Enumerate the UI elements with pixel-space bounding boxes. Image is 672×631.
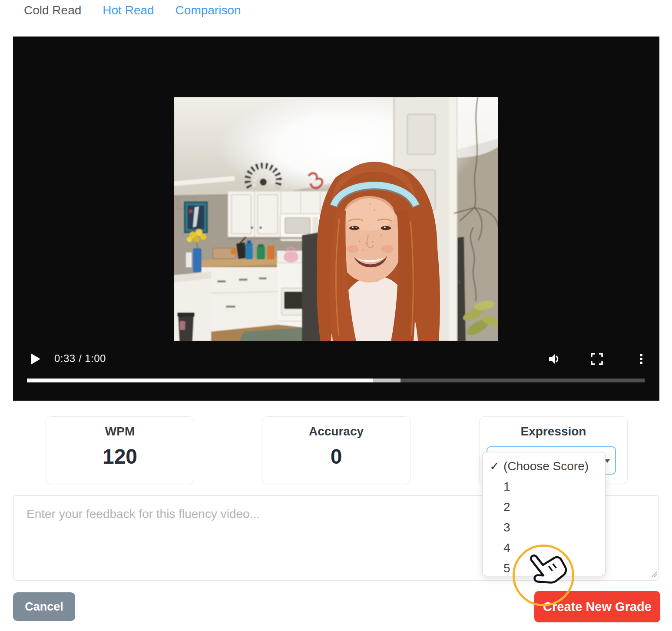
dropdown-option-2[interactable]: 2 xyxy=(483,497,605,517)
more-options-icon[interactable] xyxy=(634,352,648,366)
dropdown-option-3[interactable]: 3 xyxy=(483,517,605,538)
tab-hot-read[interactable]: Hot Read xyxy=(103,3,154,17)
dropdown-option-label: 5 xyxy=(503,561,510,575)
dropdown-option-label: 2 xyxy=(503,500,510,514)
create-new-grade-button[interactable]: Create New Grade xyxy=(534,591,660,622)
dropdown-option-4[interactable]: 4 xyxy=(483,538,605,558)
dropdown-option-label: 3 xyxy=(503,521,510,535)
accuracy-card: Accuracy 0 xyxy=(262,416,410,484)
video-frame xyxy=(174,97,498,341)
grade-fluency-video-page: Cold Read Hot Read Comparison xyxy=(0,0,672,631)
progress-played xyxy=(27,379,373,382)
fullscreen-icon[interactable] xyxy=(590,352,604,366)
dropdown-option-5[interactable]: 5 xyxy=(483,558,605,578)
dropdown-option-label: (Choose Score) xyxy=(503,459,589,473)
wpm-card: WPM 120 xyxy=(46,416,194,484)
dropdown-option-1[interactable]: 1 xyxy=(483,476,605,497)
wpm-value: 120 xyxy=(46,445,194,468)
read-type-tabbar: Cold Read Hot Read Comparison xyxy=(24,3,241,17)
check-icon: ✓ xyxy=(490,459,500,473)
dropdown-option-label: 1 xyxy=(503,480,510,494)
accuracy-value: 0 xyxy=(262,445,410,468)
expression-dropdown-menu: ✓ (Choose Score) 1 2 3 4 5 xyxy=(482,452,606,576)
video-still-illustration xyxy=(174,97,498,341)
wpm-label: WPM xyxy=(46,425,194,438)
tab-comparison[interactable]: Comparison xyxy=(175,3,241,17)
accuracy-label: Accuracy xyxy=(262,425,410,438)
play-button[interactable] xyxy=(31,353,40,365)
tab-cold-read[interactable]: Cold Read xyxy=(24,3,81,17)
cancel-button[interactable]: Cancel xyxy=(13,592,75,621)
progress-bar[interactable] xyxy=(27,379,645,382)
volume-icon[interactable] xyxy=(547,352,561,366)
video-player[interactable]: 0:33 / 1:00 xyxy=(13,37,659,401)
time-display: 0:33 / 1:00 xyxy=(54,352,106,365)
dropdown-option-label: 4 xyxy=(503,541,510,555)
dropdown-option-choose-score[interactable]: ✓ (Choose Score) xyxy=(483,456,605,476)
expression-label: Expression xyxy=(480,425,627,438)
